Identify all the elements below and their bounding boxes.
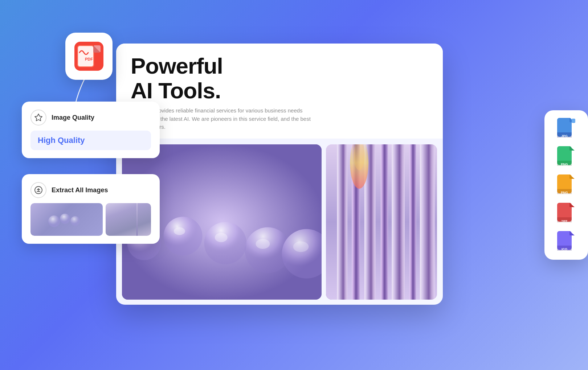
- svg-point-19: [256, 239, 270, 249]
- pdf-icon-card: PDF: [65, 33, 113, 80]
- svg-rect-33: [572, 119, 575, 123]
- svg-text:JPG: JPG: [561, 134, 568, 138]
- thumbnail-left: [30, 203, 103, 236]
- main-window-header: Powerful AI Tools. Casbank provides reli…: [116, 44, 443, 139]
- star-icon: [34, 113, 43, 122]
- svg-text:ICO: ICO: [562, 247, 567, 251]
- pdf-file-icon: PDF: [74, 42, 103, 71]
- svg-rect-23: [337, 144, 348, 300]
- image-quality-card: Image Quality High Quality: [22, 102, 160, 158]
- svg-text:PDF: PDF: [85, 57, 93, 61]
- svg-point-15: [174, 227, 185, 235]
- quality-badge: High Quality: [30, 131, 151, 150]
- svg-rect-28: [410, 144, 416, 300]
- svg-text:TIFF: TIFF: [562, 219, 568, 223]
- png-orange-file-icon: PNG: [556, 174, 576, 196]
- extract-all-images-card: Extract All Images: [22, 174, 160, 244]
- upload-icon-circle: [30, 182, 46, 198]
- tiff-file-icon: TIFF: [556, 202, 576, 224]
- main-window: Powerful AI Tools. Casbank provides reli…: [116, 44, 443, 305]
- file-format-png-green: PNG: [556, 146, 576, 168]
- svg-point-14: [164, 217, 203, 255]
- file-format-png-orange: PNG: [556, 174, 576, 196]
- extract-thumbnails: [30, 203, 151, 236]
- file-format-jpg: JPG: [556, 118, 576, 139]
- jpg-file-icon: JPG: [556, 118, 576, 139]
- main-window-images: [116, 139, 443, 305]
- svg-point-9: [60, 214, 70, 224]
- svg-rect-2: [78, 46, 93, 66]
- svg-point-16: [204, 222, 247, 264]
- image-quality-title: Image Quality: [52, 114, 94, 122]
- svg-rect-29: [420, 144, 435, 300]
- file-format-tiff: TIFF: [556, 202, 576, 224]
- svg-rect-27: [392, 144, 405, 300]
- svg-point-8: [48, 215, 60, 227]
- extract-images-title: Extract All Images: [52, 186, 108, 194]
- thumbnail-droplets-svg: [47, 205, 87, 234]
- svg-point-10: [70, 216, 80, 226]
- ico-file-icon: ICO: [556, 231, 576, 252]
- quality-value: High Quality: [38, 136, 85, 145]
- file-format-ico: ICO: [556, 231, 576, 252]
- svg-rect-26: [381, 144, 388, 300]
- star-icon-circle: [30, 110, 46, 126]
- upload-icon: [34, 186, 43, 194]
- title-line2: AI Tools.: [131, 78, 221, 103]
- thumbnail-right: [106, 203, 151, 236]
- svg-point-21: [293, 241, 309, 252]
- metallic-rods-svg: [326, 144, 437, 300]
- title-line1: Powerful: [131, 53, 223, 78]
- main-title: Powerful AI Tools.: [131, 54, 428, 103]
- right-sidebar: JPG PNG PNG: [544, 110, 588, 260]
- image-panel-right: [326, 144, 437, 300]
- svg-text:PNG: PNG: [561, 163, 568, 166]
- png-green-file-icon: PNG: [556, 146, 576, 168]
- svg-point-17: [215, 233, 228, 242]
- svg-text:PNG: PNG: [561, 191, 568, 194]
